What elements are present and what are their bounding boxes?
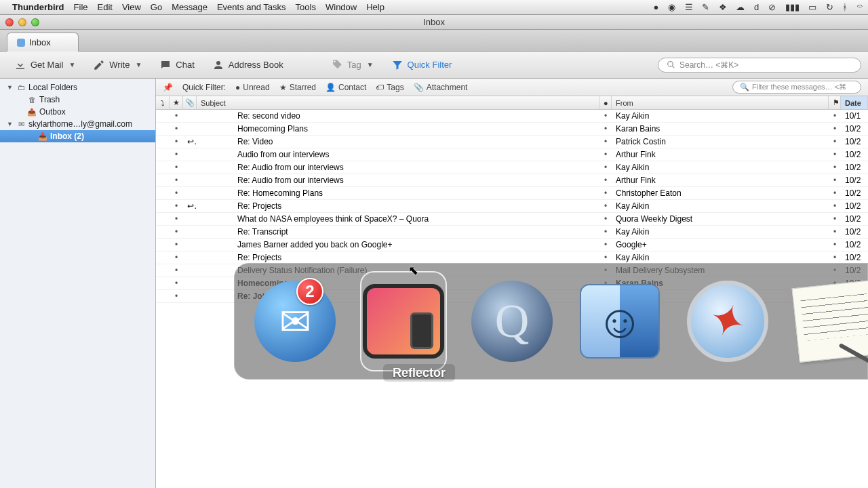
- tray-icon[interactable]: ⊘: [768, 2, 776, 12]
- window-title: Inbox: [0, 17, 868, 27]
- menu-edit[interactable]: Edit: [98, 2, 113, 12]
- col-date[interactable]: Date: [841, 96, 868, 109]
- dropdown-caret-icon[interactable]: ▼: [367, 61, 374, 68]
- macos-menubar: Thunderbird File Edit View Go Message Ev…: [0, 0, 868, 15]
- col-star-icon[interactable]: ★: [170, 96, 183, 109]
- message-subject: Re: Transcript: [197, 227, 599, 237]
- sidebar-trash[interactable]: 🗑 Trash: [0, 94, 155, 106]
- sidebar-label: Inbox (2): [50, 131, 84, 141]
- status-dot-icon: •: [829, 176, 841, 185]
- tray-battery-icon[interactable]: ▮▮▮: [785, 2, 800, 12]
- message-date: 10/1: [841, 111, 868, 121]
- menu-window[interactable]: Window: [326, 2, 357, 12]
- filter-messages-input[interactable]: 🔍 Filter these messages… <⌘: [732, 81, 861, 94]
- disclosure-triangle-icon[interactable]: ▼: [7, 84, 14, 91]
- message-date: 10/2: [841, 176, 868, 185]
- unread-dot-icon: •: [170, 111, 183, 121]
- menu-help[interactable]: Help: [366, 2, 384, 12]
- status-dot-icon: •: [829, 253, 841, 262]
- unread-dot-icon: •: [170, 163, 183, 172]
- switcher-app-quicktime[interactable]: [471, 274, 553, 369]
- message-row[interactable]: •↩Re: Video•Patrick Costin•10/2: [156, 136, 868, 148]
- menu-message[interactable]: Message: [172, 2, 208, 12]
- message-row[interactable]: •Re: Homecoming Plans•Christopher Eaton•…: [156, 187, 868, 200]
- message-row[interactable]: •Re: second video•Kay Aikin•10/1: [156, 110, 868, 123]
- tray-icon[interactable]: ❖: [719, 2, 727, 12]
- menu-tools[interactable]: Tools: [296, 2, 316, 12]
- app-switcher-overlay[interactable]: 2: [234, 263, 868, 380]
- getmail-button[interactable]: Get Mail ▼: [7, 56, 83, 75]
- tray-icon[interactable]: ☰: [685, 2, 693, 12]
- write-label: Write: [109, 60, 130, 70]
- status-dot-icon: •: [599, 137, 612, 146]
- switcher-app-finder[interactable]: [580, 274, 660, 369]
- unread-dot-icon: •: [170, 227, 183, 237]
- unread-dot-icon: •: [170, 176, 183, 185]
- switcher-app-safari[interactable]: [687, 274, 768, 369]
- tray-icon[interactable]: ☁: [736, 2, 745, 12]
- tray-icon[interactable]: ◉: [668, 2, 675, 12]
- tray-timemachine-icon[interactable]: ↻: [826, 2, 833, 12]
- status-dot-icon: •: [829, 111, 841, 121]
- status-dot-icon: •: [599, 176, 612, 185]
- message-row[interactable]: •↩Re: Projects•Kay Aikin•10/2: [156, 200, 868, 213]
- unread-dot-icon: •: [170, 201, 183, 211]
- filter-unread[interactable]: ●Unread: [235, 83, 270, 92]
- tag-button[interactable]: Tag ▼: [323, 56, 381, 75]
- message-row[interactable]: •James Barner added you back on Google+•…: [156, 239, 868, 251]
- col-attach-icon[interactable]: 📎: [183, 96, 197, 109]
- tag-label: Tag: [347, 60, 361, 70]
- message-row[interactable]: •Re: Audio from our interviews•Arthur Fi…: [156, 174, 868, 187]
- col-thread-icon[interactable]: ⤵: [156, 96, 170, 109]
- switcher-app-notes[interactable]: [795, 274, 868, 369]
- sidebar-account[interactable]: ▼ ✉ skylarthorne…ly@gmail.com: [0, 118, 155, 130]
- dropdown-caret-icon[interactable]: ▼: [135, 61, 142, 68]
- menu-events[interactable]: Events and Tasks: [217, 2, 286, 12]
- col-read-icon[interactable]: ●: [599, 96, 612, 109]
- chat-button[interactable]: Chat: [152, 56, 201, 75]
- status-dot-icon: •: [829, 227, 841, 237]
- message-subject: Re: second video: [197, 111, 599, 121]
- message-row[interactable]: •Re: Audio from our interviews•Kay Aikin…: [156, 161, 868, 174]
- sidebar-outbox[interactable]: 📤 Outbox: [0, 106, 155, 118]
- switcher-app-thunderbird[interactable]: 2: [254, 274, 336, 369]
- menu-go[interactable]: Go: [151, 2, 162, 12]
- write-button[interactable]: Write ▼: [85, 56, 149, 75]
- col-subject[interactable]: Subject: [197, 96, 599, 109]
- folder-sidebar: ▼ 🗀 Local Folders 🗑 Trash 📤 Outbox ▼ ✉ s…: [0, 79, 156, 488]
- addressbook-button[interactable]: Address Book: [205, 56, 291, 75]
- tray-icon[interactable]: ✎: [702, 2, 709, 12]
- message-row[interactable]: •Homecoming Plans•Karan Bains•10/2: [156, 123, 868, 136]
- dropdown-caret-icon[interactable]: ▼: [68, 61, 75, 68]
- pin-icon[interactable]: 📌: [163, 83, 173, 92]
- message-from: Karan Bains: [612, 124, 829, 134]
- unread-dot-icon: •: [170, 214, 183, 224]
- message-row[interactable]: •What do NASA employees think of SpaceX?…: [156, 213, 868, 226]
- tray-icon[interactable]: d: [754, 2, 759, 12]
- tray-icon[interactable]: ●: [653, 2, 658, 12]
- menu-view[interactable]: View: [122, 2, 141, 12]
- menu-file[interactable]: File: [74, 2, 88, 12]
- sidebar-local-folders[interactable]: ▼ 🗀 Local Folders: [0, 81, 155, 94]
- col-from[interactable]: From: [612, 96, 829, 109]
- filter-tags[interactable]: 🏷Tags: [376, 83, 403, 92]
- tray-wifi-icon[interactable]: ⌔: [857, 2, 863, 12]
- quickfilter-button[interactable]: Quick Filter: [384, 56, 460, 75]
- getmail-label: Get Mail: [31, 60, 63, 70]
- switcher-app-reflector[interactable]: [363, 274, 444, 369]
- status-dot-icon: •: [829, 214, 841, 224]
- tray-display-icon[interactable]: ▭: [808, 2, 816, 12]
- tab-inbox[interactable]: Inbox: [7, 33, 79, 52]
- filter-contact[interactable]: 👤Contact: [326, 83, 366, 92]
- col-flag-icon[interactable]: ⚑: [829, 96, 841, 109]
- filter-starred[interactable]: ★Starred: [279, 83, 316, 92]
- filter-attachment[interactable]: 📎Attachment: [414, 83, 468, 92]
- tray-bluetooth-icon[interactable]: ᚼ: [842, 2, 848, 12]
- unread-dot-icon: •: [170, 150, 183, 159]
- sidebar-inbox[interactable]: 📥 Inbox (2): [0, 130, 155, 142]
- message-row[interactable]: •Audio from our interviews•Arthur Fink•1…: [156, 148, 868, 161]
- message-row[interactable]: •Re: Transcript•Kay Aikin•10/2: [156, 226, 868, 239]
- global-search-input[interactable]: Search… <⌘K>: [658, 58, 861, 73]
- disclosure-triangle-icon[interactable]: ▼: [7, 121, 14, 127]
- menubar-appname[interactable]: Thunderbird: [12, 2, 64, 12]
